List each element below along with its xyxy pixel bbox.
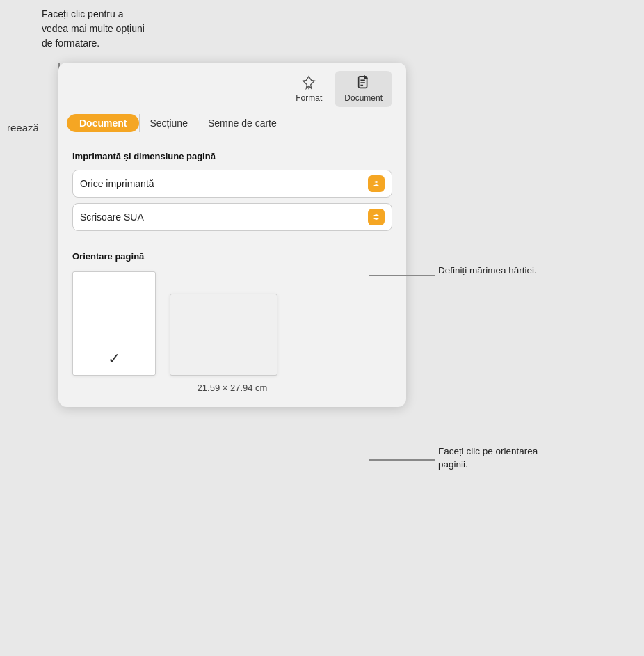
- tooltip-formatting: Faceți clic pentru a vedea mai multe opț…: [42, 7, 145, 51]
- format-icon: [301, 75, 316, 90]
- portrait-checkmark: ✓: [108, 350, 120, 368]
- callout-paper-line: [369, 275, 435, 276]
- landscape-page: [170, 294, 277, 376]
- orientation-options: ✓: [72, 271, 392, 376]
- callout-paper-size: Definiți mărimea hârtiei.: [438, 264, 537, 278]
- printer-arrow-icon: [368, 175, 385, 192]
- panel-content: Imprimantă și dimensiune pagină Orice im…: [58, 138, 406, 407]
- printer-select-label: Orice imprimantă: [80, 178, 368, 189]
- tab-bar: Document Secțiune Semne de carte: [58, 111, 406, 138]
- callout-orientation-line: [369, 459, 435, 461]
- callout-orientation: Faceți clic pe orientarea paginii.: [438, 445, 538, 472]
- document-button[interactable]: Document: [335, 71, 392, 107]
- document-icon: [356, 75, 371, 90]
- page-size-dimensions: 21.59 × 27.94 cm: [72, 383, 392, 393]
- inspector-panel: Format Document Document Secțiune Semne …: [58, 63, 406, 407]
- partial-menu-text: reează: [7, 122, 39, 134]
- section-divider: [72, 241, 392, 241]
- panel-toolbar: Format Document: [58, 63, 406, 111]
- printer-select[interactable]: Orice imprimantă: [72, 170, 392, 198]
- paper-size-label: Scrisoare SUA: [80, 211, 368, 223]
- orientation-section-title: Orientare pagină: [72, 251, 392, 262]
- tab-sectiune[interactable]: Secțiune: [139, 114, 197, 132]
- printer-section-title: Imprimantă și dimensiune pagină: [72, 151, 392, 161]
- format-button[interactable]: Format: [286, 71, 332, 107]
- orientation-landscape[interactable]: [170, 294, 277, 376]
- orientation-portrait[interactable]: ✓: [72, 271, 156, 376]
- tab-semne-de-carte[interactable]: Semne de carte: [198, 114, 287, 132]
- tab-document[interactable]: Document: [67, 114, 139, 132]
- paper-size-select[interactable]: Scrisoare SUA: [72, 203, 392, 231]
- paper-size-arrow-icon: [368, 209, 385, 225]
- portrait-page: ✓: [72, 271, 156, 376]
